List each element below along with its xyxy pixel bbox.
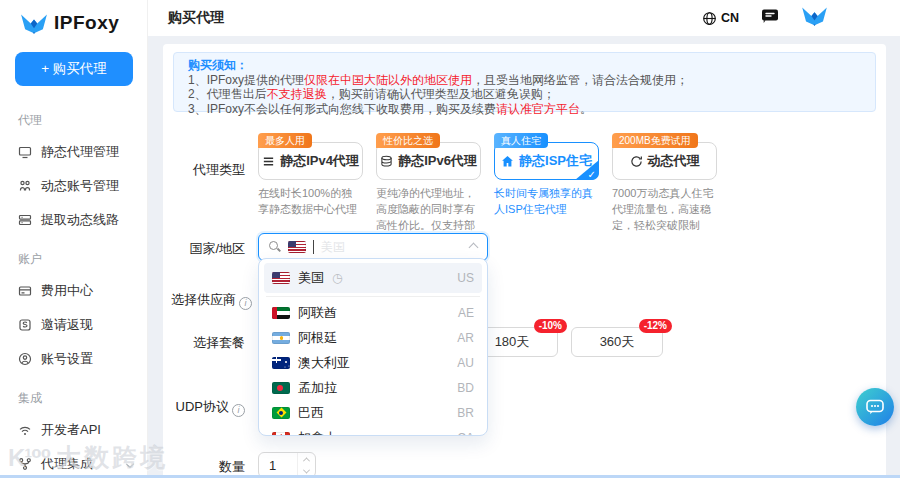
billing-card-icon [18, 284, 32, 298]
type-name: 静态IPv4代理 [280, 152, 359, 170]
notice-line: 1、IPFoxy提供的代理仅限在中国大陆以外的地区使用，且受当地网络监管，请合法… [188, 73, 861, 88]
sidebar-item-label: 账号设置 [41, 350, 93, 368]
account-settings-icon [18, 352, 32, 366]
type-badge: 性价比之选 [376, 133, 440, 148]
notice-title: 购买须知： [188, 58, 248, 72]
country-select-input[interactable]: 美国 [258, 233, 488, 261]
dropdown-item-ae[interactable]: 阿联酋 AE [264, 300, 482, 325]
dropdown-item-bd[interactable]: 孟加拉 BD [264, 375, 482, 400]
country-select-placeholder: 美国 [321, 239, 345, 256]
top-header: 购买代理 CN [148, 0, 900, 36]
type-badge: 200MB免费试用 [612, 133, 698, 148]
type-card-isp-button[interactable]: 真人住宅 静态ISP住宅 ✓ [494, 142, 599, 180]
fox-logo-icon [20, 13, 48, 34]
sidebar-section-account: 账户 [0, 237, 147, 274]
country-name: 阿联酋 [298, 304, 337, 322]
support-chat-button[interactable] [856, 388, 894, 426]
sidebar-item-billing-center[interactable]: 费用中心 [0, 274, 147, 308]
app-window: IPFoxy + 购买代理 代理 静态代理管理 动态账号管理 提取动态线路 账户… [0, 0, 900, 478]
country-code: CA [457, 431, 474, 437]
buy-proxy-button[interactable]: + 购买代理 [15, 52, 133, 86]
discount-badge: -12% [639, 319, 672, 333]
ipv4-bars-icon [262, 155, 275, 168]
page-title: 购买代理 [168, 9, 224, 27]
sidebar-item-extract-dynamic-lines[interactable]: 提取动态线路 [0, 203, 147, 237]
monitor-icon [18, 145, 32, 159]
info-icon[interactable] [239, 297, 252, 310]
country-name: 美国 [298, 269, 324, 287]
sidebar-item-proxy-integration[interactable]: 代理集成 [0, 447, 147, 478]
supplier-label: 选择供应商 [171, 291, 245, 310]
country-dropdown: 美国 ◷ US 阿联酋 AE 阿根廷 AR 澳大利亚 AU [258, 258, 488, 436]
chevron-down-icon [126, 460, 134, 468]
dropdown-item-au[interactable]: 澳大利亚 AU [264, 350, 482, 375]
sidebar-item-label: 提取动态线路 [41, 211, 119, 229]
country-code: AE [458, 306, 474, 320]
type-name: 静态IPv6代理 [398, 152, 477, 170]
quantity-increase-button[interactable] [298, 453, 315, 465]
accounts-icon [18, 179, 32, 193]
flag-icon [272, 407, 290, 419]
sidebar-item-dynamic-account-management[interactable]: 动态账号管理 [0, 169, 147, 203]
messages-button[interactable] [761, 8, 779, 29]
sidebar-item-label: 代理集成 [41, 455, 93, 473]
type-card-ipv4-button[interactable]: 最多人用 静态IPv4代理 [258, 142, 363, 180]
flag-icon [272, 307, 290, 319]
cashback-icon [18, 318, 32, 332]
chevron-up-icon [303, 457, 310, 464]
api-signal-icon [18, 423, 32, 437]
type-badge: 真人住宅 [494, 133, 548, 148]
sidebar-item-account-settings[interactable]: 账号设置 [0, 342, 147, 376]
chat-bubble-icon [863, 396, 887, 418]
refresh-icon [630, 155, 643, 168]
dropdown-item-br[interactable]: 巴西 BR [264, 400, 482, 425]
type-desc: 长时间专属独享的真人ISP住宅代理 [494, 186, 599, 218]
sidebar-item-label: 费用中心 [41, 282, 93, 300]
home-icon [501, 155, 514, 168]
type-card-ipv6-button[interactable]: 性价比之选 静态IPv6代理 [376, 142, 481, 180]
country-code: BD [457, 381, 474, 395]
type-card-isp: 真人住宅 静态ISP住宅 ✓ 长时间专属独享的真人ISP住宅代理 [494, 129, 599, 250]
type-card-dynamic-button[interactable]: 200MB免费试用 动态代理 [612, 142, 717, 180]
divider [266, 296, 480, 297]
country-name: 加拿大 [298, 429, 337, 437]
sidebar-item-label: 动态账号管理 [41, 177, 119, 195]
flag-icon [272, 332, 290, 344]
country-code: AU [457, 356, 474, 370]
info-icon[interactable] [232, 404, 245, 417]
language-label: CN [721, 11, 739, 25]
type-card-ipv4: 最多人用 静态IPv4代理 在线时长100%的独享静态数据中心代理 [258, 129, 363, 250]
plan-option-360d[interactable]: 360天 -12% [571, 327, 663, 357]
udp-label: UDP协议 [171, 398, 245, 417]
brand-logo[interactable]: IPFoxy [0, 0, 147, 46]
chevron-up-icon [469, 242, 479, 252]
sidebar-item-static-proxy-management[interactable]: 静态代理管理 [0, 135, 147, 169]
chevron-down-icon [303, 466, 310, 473]
country-code: BR [457, 406, 474, 420]
country-name: 澳大利亚 [298, 354, 350, 372]
sidebar-item-label: 静态代理管理 [41, 143, 119, 161]
chat-message-icon [761, 8, 779, 25]
sidebar: IPFoxy + 购买代理 代理 静态代理管理 动态账号管理 提取动态线路 账户… [0, 0, 148, 478]
dropdown-item-ar[interactable]: 阿根廷 AR [264, 325, 482, 350]
plan-label: 选择套餐 [171, 334, 245, 352]
language-switcher[interactable]: CN [702, 11, 739, 26]
text-cursor [313, 240, 314, 254]
dropdown-item-ca[interactable]: 加拿大 CA [264, 425, 482, 436]
type-name: 动态代理 [648, 152, 700, 170]
country-code: US [457, 271, 474, 285]
type-card-dynamic: 200MB免费试用 动态代理 7000万动态真人住宅代理流量包，高速稳定，轻松突… [612, 129, 717, 250]
country-label: 国家/地区 [171, 240, 245, 258]
globe-icon [702, 11, 717, 26]
sidebar-item-label: 开发者API [41, 421, 101, 439]
user-avatar[interactable] [801, 6, 828, 30]
purchase-notice: 购买须知： 1、IPFoxy提供的代理仅限在中国大陆以外的地区使用，且受当地网络… [173, 52, 876, 112]
sidebar-item-invite-cashback[interactable]: 邀请返现 [0, 308, 147, 342]
discount-badge: -10% [534, 319, 567, 333]
proxy-type-label: 代理类型 [171, 161, 245, 179]
sidebar-item-developer-api[interactable]: 开发者API [0, 413, 147, 447]
quantity-value: 1 [259, 458, 297, 473]
dropdown-item-us[interactable]: 美国 ◷ US [264, 263, 482, 293]
country-name: 孟加拉 [298, 379, 337, 397]
type-card-ipv6: 性价比之选 静态IPv6代理 更纯净的代理地址，高度隐蔽的同时享有高性价比。仅支… [376, 129, 481, 250]
